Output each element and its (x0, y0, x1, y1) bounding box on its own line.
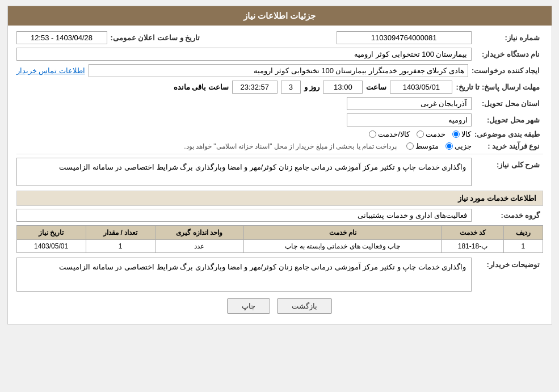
col-date: تاریخ نیاز (16, 226, 86, 240)
province-value: آذربایجان غربی (347, 97, 472, 110)
group-row: گروه خدمت: فعالیت‌های اداری و خدمات پشتی… (16, 209, 543, 222)
page-header: جزئیات اطلاعات نیاز (8, 6, 552, 26)
city-value: ارومیه (347, 113, 472, 127)
process-label: نوع فرآیند خرید : (475, 142, 543, 150)
process-row: نوع فرآیند خرید : متوسط جزیی پرداخت تمام… (16, 142, 543, 150)
deadline-remaining-label: ساعت باقی مانده (174, 83, 229, 91)
services-section: اطلاعات خدمات مورد نیاز گروه خدمت: فعالی… (16, 191, 543, 253)
description-label: شرح کلی نیاز: (475, 158, 543, 169)
deadline-label: مهلت ارسال پاسخ: تا تاریخ: (456, 83, 543, 91)
description-value: واگذاری خدمات چاپ و تکثیر مرکز آموزشی در… (16, 158, 472, 186)
buyer-name-row: نام دستگاه خریدار: بیمارستان 100 تختخواب… (16, 48, 543, 61)
buyer-notes-label: توضیحات خریدار: (475, 258, 543, 269)
deadline-time-label: ساعت (366, 83, 386, 91)
back-button[interactable]: بازگشت (277, 298, 332, 314)
category-label-2: خدمت (426, 130, 445, 138)
niyaz-number-row: شماره نیاز: 1103094764000081 تاریخ و ساع… (16, 31, 543, 44)
deadline-days: 3 (281, 81, 301, 94)
col-name: نام خدمت (243, 226, 442, 240)
city-row: شهر محل تحویل: ارومیه (16, 113, 543, 127)
col-code: کد خدمت (442, 226, 504, 240)
category-radio-group: کالا/خدمت خدمت کالا (369, 130, 471, 138)
group-value: فعالیت‌های اداری و خدمات پشتیبانی (16, 209, 472, 222)
process-label-1: جزیی (455, 142, 472, 150)
page-title: جزئیات اطلاعات نیاز (243, 11, 316, 20)
process-option-1[interactable]: جزیی (445, 142, 472, 150)
buyer-notes-row: توضیحات خریدار: واگذاری خدمات چاپ و تکثی… (16, 258, 543, 292)
category-radio-3[interactable] (369, 130, 376, 138)
category-radio-1[interactable] (452, 130, 460, 138)
city-label: شهر محل تحویل: (475, 116, 543, 124)
contact-link[interactable]: اطلاعات تماس خریدار (16, 66, 85, 75)
announce-date-value: 1403/04/28 - 12:53 (16, 31, 107, 44)
category-radio-2[interactable] (417, 130, 424, 138)
process-radio-group: متوسط جزیی (406, 142, 472, 150)
table-cell-date: 1403/05/01 (16, 240, 86, 253)
category-option-2[interactable]: خدمت (417, 130, 445, 138)
table-cell-quantity: 1 (86, 240, 155, 253)
table-cell-unit: عدد (155, 240, 243, 253)
process-radio-2[interactable] (406, 142, 414, 150)
table-cell-name: چاپ وفعالیت های خدماتی وابسته به چاپ (243, 240, 442, 253)
province-label: استان محل تحویل: (475, 99, 543, 108)
category-row: طبقه بندی موضوعی: کالا/خدمت خدمت کالا (16, 130, 543, 138)
table-header-row: ردیف کد خدمت نام خدمت واحد اندازه گیری ت… (16, 226, 543, 240)
print-button[interactable]: چاپ (227, 298, 270, 314)
buyer-notes-container: واگذاری خدمات چاپ و تکثیر مرکز آموزشی در… (16, 258, 472, 292)
deadline-remaining: 23:32:57 (232, 81, 278, 94)
creator-label: ایجاد کننده درخواست: (472, 66, 543, 75)
main-container: جزئیات اطلاعات نیاز شماره نیاز: 11030947… (7, 6, 552, 324)
col-quantity: تعداد / مقدار (86, 226, 155, 240)
buyer-name-label: نام دستگاه خریدار: (475, 50, 543, 58)
category-option-1[interactable]: کالا (452, 130, 471, 138)
services-section-title: اطلاعات خدمات مورد نیاز (16, 191, 543, 206)
divider-1 (16, 154, 543, 154)
niyaz-number-label: شماره نیاز: (475, 33, 543, 42)
category-option-3[interactable]: کالا/خدمت (369, 130, 410, 138)
deadline-date: 1403/05/01 (390, 81, 452, 94)
table-row: 1ب-18-181چاپ وفعالیت های خدماتی وابسته ب… (16, 240, 543, 253)
announce-date-label: تاریخ و ساعت اعلان عمومی: (111, 33, 203, 42)
content-area: شماره نیاز: 1103094764000081 تاریخ و ساع… (8, 26, 552, 324)
deadline-time: 13:00 (323, 81, 363, 94)
services-table-body: 1ب-18-181چاپ وفعالیت های خدماتی وابسته ب… (16, 240, 543, 253)
deadline-row: مهلت ارسال پاسخ: تا تاریخ: 1403/05/01 سا… (16, 81, 543, 94)
process-label-2: متوسط (415, 142, 439, 150)
process-note: پرداخت تمام یا بخشی از مبلغ خریدار از مح… (184, 142, 397, 150)
col-row: ردیف (504, 226, 543, 240)
table-cell-code: ب-18-181 (442, 240, 504, 253)
description-container: واگذاری خدمات چاپ و تکثیر مرکز آموزشی در… (16, 158, 472, 186)
deadline-day-label: روز و (304, 83, 320, 91)
creator-row: ایجاد کننده درخواست: هادی کربلای جعفریور… (16, 64, 543, 77)
group-label: گروه خدمت: (475, 211, 543, 220)
niyaz-number-value: 1103094764000081 (337, 31, 472, 44)
category-label: طبقه بندی موضوعی: (474, 130, 543, 138)
buttons-row: بازگشت چاپ (16, 298, 543, 314)
services-table: ردیف کد خدمت نام خدمت واحد اندازه گیری ت… (16, 225, 543, 253)
table-cell-row: 1 (504, 240, 543, 253)
category-label-3: کالا/خدمت (378, 130, 410, 138)
process-option-2[interactable]: متوسط (406, 142, 439, 150)
province-row: استان محل تحویل: آذربایجان غربی (16, 97, 543, 110)
buyer-name-value: بیمارستان 100 تختخوابی کوثر ارومیه (16, 48, 472, 61)
description-row: شرح کلی نیاز: واگذاری خدمات چاپ و تکثیر … (16, 158, 543, 186)
process-radio-1[interactable] (445, 142, 453, 150)
category-label-1: کالا (461, 130, 471, 138)
buyer-notes-value: واگذاری خدمات چاپ و تکثیر مرکز آموزشی در… (16, 258, 472, 292)
col-unit: واحد اندازه گیری (155, 226, 243, 240)
creator-value: هادی کربلای جعفریور خدمتگزار بیمارستان 1… (89, 64, 468, 77)
